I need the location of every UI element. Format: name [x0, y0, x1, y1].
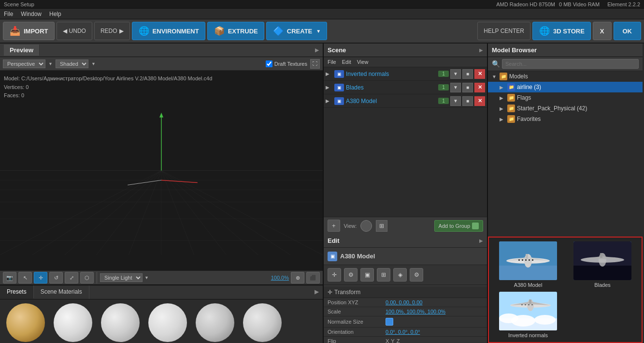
viewport[interactable]: Model: C:/Users/Администратор/Desktop/Yo…: [0, 71, 323, 270]
perspective-select[interactable]: Perspective: [3, 60, 45, 68]
thumb-a380model[interactable]: A380 Model: [493, 241, 563, 288]
help-center-button[interactable]: HELP CENTER: [477, 22, 530, 40]
menu-help[interactable]: Help: [49, 11, 61, 17]
tree-item-favorites[interactable]: ▶ 📁 Favorites: [488, 114, 643, 124]
camera-button[interactable]: 📷: [3, 272, 16, 283]
thumb-blades[interactable]: Blades: [567, 241, 638, 288]
scene-expand-icon[interactable]: ▶: [479, 47, 483, 53]
tree-item-starter-pack[interactable]: ▶ 📁 Starter_Pack_Physical (42): [488, 103, 643, 114]
extrude-icon: 📦: [214, 25, 225, 37]
move-button[interactable]: ✛: [34, 272, 47, 283]
scene-item-delete-btn[interactable]: ✕: [474, 83, 485, 92]
scene-item-a380model[interactable]: ▶ ▣ A380 Model 1 ▼ ■ ✕: [324, 94, 487, 108]
store-icon: 🌐: [539, 25, 550, 37]
scene-menu-view[interactable]: View: [357, 59, 369, 65]
search-input[interactable]: [502, 59, 639, 69]
orientation-value[interactable]: 0.0°, 0.0°, 0.0°: [386, 329, 420, 335]
list-item[interactable]: Front window: [97, 303, 144, 343]
select-button[interactable]: ↖: [18, 272, 32, 283]
flip-z[interactable]: Z: [397, 338, 400, 343]
list-item[interactable]: Tail Pipe: [2, 303, 49, 343]
view-circle-button[interactable]: [360, 220, 372, 232]
scene-item-blades[interactable]: ▶ ▣ Blades 1 ▼ ■ ✕: [324, 81, 487, 94]
list-item[interactable]: Cover: [144, 303, 191, 343]
zoom-level[interactable]: 100.0%: [271, 275, 289, 281]
menu-file[interactable]: File: [4, 11, 13, 17]
edit-more-icon[interactable]: ⚙: [410, 268, 423, 282]
flip-x[interactable]: X: [386, 338, 389, 343]
scene-item-expand[interactable]: ▶: [326, 85, 332, 90]
edit-settings-icon[interactable]: ⚙: [344, 268, 358, 282]
undo-button[interactable]: ◀ UNDO: [57, 22, 92, 40]
scene-menu-edit[interactable]: Edit: [342, 59, 351, 65]
preview-tab[interactable]: Preview: [4, 45, 40, 56]
scene-item-expand[interactable]: ▶: [326, 98, 332, 104]
scale-label: Scale: [328, 309, 386, 314]
scene-item-expand[interactable]: ▶: [326, 71, 332, 76]
scene-item-visibility-btn[interactable]: ■: [462, 83, 473, 92]
thumb-img-invertednormals: [499, 292, 557, 330]
redo-button[interactable]: REDO ▶: [94, 22, 130, 40]
transform-button[interactable]: ⬡: [80, 272, 94, 283]
edit-tab[interactable]: Edit: [328, 237, 479, 244]
viewport-expand-button[interactable]: ⛶: [310, 59, 320, 69]
thumb-inverted-normals[interactable]: Inverted normals: [493, 292, 563, 338]
edit-box-icon[interactable]: ▣: [360, 268, 374, 282]
scene-item-delete-btn[interactable]: ✕: [474, 69, 485, 79]
scene-item-controls: 1 ▼ ■ ✕: [438, 83, 485, 92]
scene-item-settings-btn[interactable]: ▼: [450, 69, 461, 79]
scene-item-inverted-normals[interactable]: ▶ ▣ Inverted normals 1 ▼ ■ ✕: [324, 67, 487, 81]
rotate-button[interactable]: ↺: [49, 272, 63, 283]
material-ball-enginechrome: [196, 303, 234, 342]
scene-item-delete-btn[interactable]: ✕: [474, 96, 485, 106]
snapshot-button[interactable]: ⬛: [306, 272, 320, 283]
left-panel: Preview ▶ Perspective ▼ Shaded ▼ Draft T…: [0, 44, 324, 343]
scene-item-visibility-btn[interactable]: ■: [462, 69, 473, 79]
material-ball-fuse: [54, 303, 92, 342]
svg-point-45: [534, 315, 556, 325]
tree-item-flags[interactable]: ▶ 📁 Flags: [488, 92, 643, 103]
list-item[interactable]: Turbine Bulb: [239, 303, 286, 343]
edit-model-name: A380 Model: [340, 253, 375, 260]
fit-button[interactable]: ⊕: [291, 272, 304, 283]
scene-item-visibility-btn[interactable]: ■: [462, 96, 473, 106]
view-grid-button[interactable]: ⊞: [376, 220, 387, 232]
scene-item-controls: 1 ▼ ■ ✕: [438, 69, 485, 79]
tree-item-models[interactable]: ▼ 📁 Models: [488, 71, 643, 82]
shaded-select[interactable]: Shaded: [56, 60, 88, 68]
edit-expand-icon[interactable]: ▶: [479, 238, 483, 243]
extrude-button[interactable]: 📦 EXTRUDE: [207, 22, 264, 40]
ok-button[interactable]: OK: [614, 22, 642, 40]
environment-button[interactable]: 🌐 ENVIRONMENT: [132, 22, 205, 40]
list-item[interactable]: Engine chrome: [191, 303, 239, 343]
panel-expand-icon[interactable]: ▶: [315, 47, 319, 53]
draft-textures-checkbox[interactable]: [266, 60, 272, 67]
scale-button[interactable]: ⤢: [65, 272, 78, 283]
create-button[interactable]: 🔷 CREATE ▼: [266, 22, 327, 40]
flip-y[interactable]: Y: [391, 338, 394, 343]
tab-scene-materials[interactable]: Scene Materials: [34, 285, 89, 299]
edit-grid-icon[interactable]: ⊞: [377, 268, 390, 282]
material-ball-tailpipe: [6, 303, 45, 342]
add-to-group-button[interactable]: Add to Group: [434, 220, 483, 232]
list-item[interactable]: Fuse: [49, 303, 97, 343]
material-ball-frontwindow: [101, 303, 140, 342]
single-light-select[interactable]: Single Light: [100, 273, 143, 282]
close-button[interactable]: X: [593, 22, 612, 40]
tab-presets[interactable]: Presets: [0, 285, 34, 299]
edit-color-icon[interactable]: ◈: [393, 268, 407, 282]
store-button[interactable]: 🌐 3D STORE: [532, 22, 591, 40]
edit-move-icon[interactable]: ✛: [328, 268, 341, 282]
scene-item-settings-btn[interactable]: ▼: [450, 96, 461, 106]
tree-item-airline[interactable]: ▶ 📁 airline (3): [488, 82, 643, 92]
normalize-checkbox[interactable]: [386, 318, 393, 326]
scene-menu-file[interactable]: File: [328, 59, 336, 65]
scene-item-settings-btn[interactable]: ▼: [450, 83, 461, 92]
menu-window[interactable]: Window: [21, 11, 42, 17]
scene-add-button[interactable]: +: [328, 220, 340, 232]
presets-expand-icon[interactable]: ▶: [311, 285, 323, 299]
scale-value[interactable]: 100.0%, 100.0%, 100.0%: [386, 309, 445, 314]
position-value[interactable]: 0.00, 0.00, 0.00: [386, 299, 422, 305]
thumb-img-blades: [573, 241, 631, 280]
import-button[interactable]: 📥 IMPORT: [3, 22, 55, 40]
